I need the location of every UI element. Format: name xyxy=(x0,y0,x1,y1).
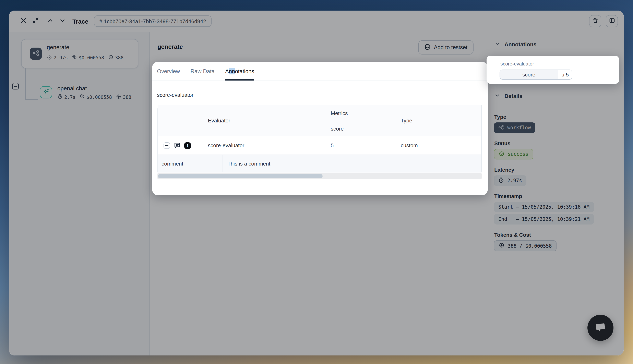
tab-annotations[interactable]: Annotations xyxy=(225,62,254,80)
row-type-cell: custom xyxy=(394,136,481,154)
annotation-metric-value: μ 5 xyxy=(558,70,572,79)
tab-raw-data-label: Raw Data xyxy=(190,68,215,74)
span-tabs: Overview Raw Data Annotations xyxy=(152,62,488,81)
text-selection-highlight: nn xyxy=(229,68,235,74)
comment-value-cell: This is a comment xyxy=(223,155,481,172)
annotation-metric-name: score xyxy=(500,70,558,79)
table-header-select-col xyxy=(158,105,201,136)
horizontal-scrollbar xyxy=(158,173,482,179)
scrollbar-thumb[interactable] xyxy=(158,174,322,178)
comment-key-cell: comment xyxy=(158,155,223,172)
tab-overview-label: Overview xyxy=(157,68,180,74)
annotation-score-pill[interactable]: score μ 5 xyxy=(500,70,572,80)
annotations-table: Evaluator Metrics score Type 1 xyxy=(158,105,482,172)
trace-modal: Trace # 1cbb70e7-34a1-7bb7-3498-771b7d46… xyxy=(9,10,624,356)
comment-icon[interactable] xyxy=(174,142,180,149)
evaluator-section-title: score-evaluator xyxy=(157,92,488,98)
table-row[interactable]: 1 score-evaluator 5 custom xyxy=(158,136,481,155)
annotations-tab-card: Overview Raw Data Annotations score-eval… xyxy=(152,62,488,195)
table-header-row: Evaluator Metrics score Type xyxy=(158,105,481,136)
table-header-evaluator: Evaluator xyxy=(201,105,324,136)
annotation-score-card: score-evaluator score μ 5 xyxy=(486,56,619,84)
annotation-evaluator-label: score-evaluator xyxy=(500,61,619,67)
row-evaluator-cell: score-evaluator xyxy=(201,136,324,154)
tab-overview[interactable]: Overview xyxy=(157,62,180,80)
table-header-metric-score: score xyxy=(324,121,394,136)
comment-count-badge: 1 xyxy=(184,142,191,149)
row-checkbox[interactable] xyxy=(164,142,170,149)
trace-viewer-app: Trace # 1cbb70e7-34a1-7bb7-3498-771b7d46… xyxy=(0,0,633,364)
tab-annotations-label: Annotations xyxy=(225,68,254,74)
table-header-metrics: Metrics xyxy=(324,105,394,121)
table-header-type: Type xyxy=(394,105,481,136)
minus-icon xyxy=(165,145,168,146)
comment-row: comment This is a comment xyxy=(158,155,481,172)
row-score-cell: 5 xyxy=(324,136,394,154)
tab-raw-data[interactable]: Raw Data xyxy=(190,62,215,80)
